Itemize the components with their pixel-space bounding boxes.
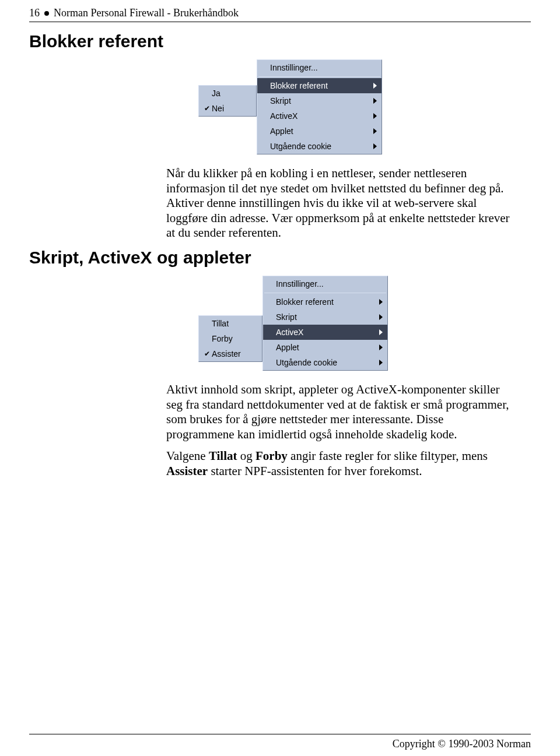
menu-item-label: Blokker referent [276, 297, 379, 307]
menu-item-applet[interactable]: Applet [257, 124, 382, 139]
chevron-right-icon [379, 299, 383, 305]
menu-item-nei[interactable]: ✔ Nei [199, 101, 256, 116]
header-rule [29, 22, 531, 22]
chevron-right-icon [373, 83, 377, 89]
text-run: Valgene [166, 449, 209, 463]
menu-item-utgaende-cookie[interactable]: Utgående cookie [263, 355, 387, 370]
menu-item-forby[interactable]: Forby [199, 331, 262, 346]
menu-item-label: Assister [212, 349, 257, 358]
menu-item-label: Forby [212, 334, 257, 343]
chevron-right-icon [379, 360, 383, 365]
menu-item-utgaende-cookie[interactable]: Utgående cookie [257, 139, 382, 154]
section1-paragraph: Når du klikker på en kobling i en nettle… [166, 166, 513, 241]
chevron-right-icon [373, 113, 377, 119]
main-menu-2: Innstillinger... Blokker referent Skript… [262, 276, 388, 371]
chevron-right-icon [373, 128, 377, 134]
bold-assister: Assister [166, 464, 208, 478]
menu-item-label: Innstillinger... [276, 279, 383, 289]
menu-item-label: Ja [212, 89, 251, 98]
menu-item-applet[interactable]: Applet [263, 340, 387, 355]
section2-paragraphs: Aktivt innhold som skript, appleter og A… [166, 382, 513, 479]
page-number: 16 [29, 7, 40, 19]
menu-item-label: Utgående cookie [276, 358, 379, 367]
menu-item-activex[interactable]: ActiveX [263, 325, 387, 340]
menu-item-label: ActiveX [270, 111, 373, 121]
section-heading-blokker: Blokker referent [29, 31, 531, 51]
submenu-left-2: Tillat Forby ✔ Assister [198, 315, 262, 362]
menu-item-label: ActiveX [276, 328, 379, 337]
menu-separator [258, 76, 380, 77]
menu-item-label: Applet [270, 126, 373, 136]
menu-item-blokker-referent[interactable]: Blokker referent [257, 78, 382, 93]
chevron-right-icon [373, 143, 377, 149]
paragraph-text-1: Aktivt innhold som skript, appleter og A… [166, 382, 513, 442]
page-footer: Copyright © 1990-2003 Norman [29, 729, 531, 750]
chevron-right-icon [379, 344, 383, 350]
menu-item-innstillinger[interactable]: Innstillinger... [263, 276, 387, 291]
main-menu-1: Innstillinger... Blokker referent Skript… [257, 59, 382, 154]
menu-item-ja[interactable]: Ja [199, 86, 256, 101]
page-header: 16 Norman Personal Firewall - Brukerhånd… [29, 7, 531, 19]
paragraph-text: Når du klikker på en kobling i en nettle… [166, 166, 513, 241]
copyright-text: Copyright © 1990-2003 Norman [29, 738, 531, 750]
check-icon: ✔ [202, 104, 212, 112]
chevron-right-icon [379, 314, 383, 320]
section-heading-skript: Skript, ActiveX og appleter [29, 248, 531, 268]
menu-item-skript[interactable]: Skript [263, 310, 387, 325]
submenu-left-1: Ja ✔ Nei [198, 85, 257, 117]
chevron-right-icon [379, 329, 383, 335]
menu-item-blokker-referent[interactable]: Blokker referent [263, 294, 387, 310]
header-bullet-icon [44, 11, 49, 16]
text-run: angir faste regler for slike filtyper, m… [288, 449, 488, 463]
menu-item-innstillinger[interactable]: Innstillinger... [257, 60, 382, 75]
context-menu-screenshot-2: Tillat Forby ✔ Assister Innstillinger... [198, 276, 531, 371]
menu-item-skript[interactable]: Skript [257, 93, 382, 108]
text-run: starter NPF-assistenten for hver forekom… [208, 464, 422, 478]
menu-item-label: Utgående cookie [270, 142, 373, 151]
check-icon: ✔ [202, 350, 212, 358]
chevron-right-icon [373, 98, 377, 104]
menu-item-label: Applet [276, 343, 379, 352]
menu-item-label: Innstillinger... [270, 63, 377, 72]
menu-separator [264, 293, 386, 293]
bold-forby: Forby [256, 449, 288, 463]
menu-item-activex[interactable]: ActiveX [257, 108, 382, 124]
paragraph-text-2: Valgene Tillat og Forby angir faste regl… [166, 449, 513, 479]
menu-item-label: Blokker referent [270, 81, 373, 90]
doc-title: Norman Personal Firewall - Brukerhåndbok [54, 7, 239, 19]
menu-item-label: Tillat [212, 319, 257, 328]
menu-item-label: Skript [276, 312, 379, 322]
footer-rule [29, 734, 531, 734]
menu-item-tillat[interactable]: Tillat [199, 316, 262, 331]
menu-item-assister[interactable]: ✔ Assister [199, 346, 262, 361]
text-run: og [237, 449, 256, 463]
menu-item-label: Skript [270, 96, 373, 106]
menu-item-label: Nei [212, 104, 251, 113]
bold-tillat: Tillat [209, 449, 237, 463]
context-menu-screenshot-1: Ja ✔ Nei Innstillinger... Blokker refere… [198, 59, 531, 154]
